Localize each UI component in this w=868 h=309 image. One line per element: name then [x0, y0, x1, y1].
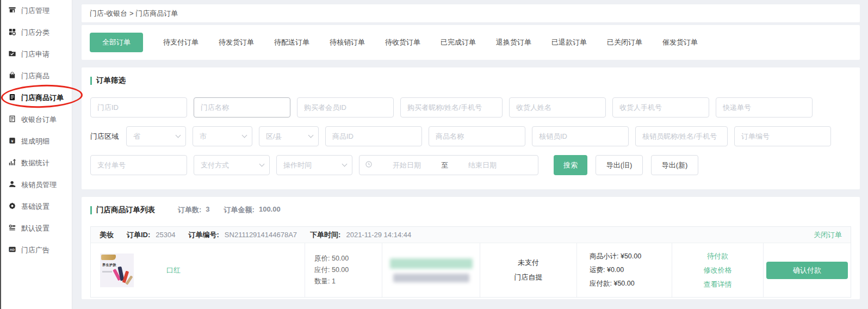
filter-row-3: 支付方式 操作时间 至 搜索 导出(旧) 导出(新): [90, 155, 851, 175]
tab-pending-shipment[interactable]: 待发货订单: [219, 38, 254, 47]
order-card-header: 美妆 订单ID: 25304 订单编号: SN21112914144678A7 …: [91, 227, 851, 243]
tab-all-orders[interactable]: 全部订单: [90, 33, 143, 52]
pending-payment-link[interactable]: 待付款: [707, 249, 728, 263]
chevron-down-icon: [176, 133, 181, 138]
buyer-member-id-input[interactable]: [297, 97, 394, 118]
verifier-nickname-input[interactable]: [635, 126, 728, 146]
store-name-input[interactable]: [194, 97, 290, 118]
payable-price: 应付: 50.00: [314, 264, 382, 276]
product-name-input[interactable]: [429, 126, 525, 146]
buyer-nickname-input[interactable]: [400, 97, 503, 118]
tab-completed[interactable]: 已完成订单: [441, 38, 476, 47]
district-select[interactable]: 区/县: [259, 126, 319, 146]
sidebar-item-label: 门店广告: [21, 245, 49, 255]
search-button[interactable]: 搜索: [554, 155, 587, 175]
sidebar-item-cashier-orders[interactable]: 收银台订单: [1, 109, 72, 131]
tab-urge-shipment[interactable]: 催发货订单: [662, 38, 698, 47]
tab-refunded[interactable]: 已退款订单: [551, 38, 587, 47]
sidebar-item-store-category[interactable]: 门店分类: [1, 22, 72, 44]
date-separator: 至: [441, 160, 448, 170]
sidebar-item-store-ads[interactable]: AD 门店广告: [1, 239, 72, 261]
export-new-button[interactable]: 导出(新): [651, 155, 698, 175]
sidebar-item-verifier-management[interactable]: 核销员管理: [1, 174, 72, 196]
close-order-link[interactable]: 关闭订单: [814, 230, 842, 240]
order-sn-input[interactable]: [734, 126, 831, 146]
order-stats: 订单数: 3 订单金额: 100.00: [178, 205, 290, 215]
thumbnail-subline: [102, 271, 112, 273]
order-time-value: 2021-11-29 14:14:44: [346, 231, 411, 239]
sidebar-item-label: 收银台订单: [21, 115, 57, 125]
end-date-input[interactable]: [452, 161, 512, 169]
date-range-picker[interactable]: 至: [359, 155, 538, 175]
province-select[interactable]: 省: [126, 126, 186, 146]
sliders-icon: [8, 224, 16, 233]
confirm-payment-button[interactable]: 确认付款: [766, 262, 848, 279]
redacted-buyer-name: [390, 258, 473, 269]
sidebar-item-default-settings[interactable]: 默认设置: [1, 218, 72, 239]
city-select[interactable]: 市: [193, 126, 252, 146]
receipt-icon: [8, 115, 16, 125]
redacted-buyer-phone: [393, 274, 469, 282]
delivery-method: 门店自提: [514, 273, 543, 282]
filter-row-2: 门店区域 省 市 区/县: [90, 126, 851, 146]
tab-pending-receipt[interactable]: 待收货订单: [385, 38, 420, 47]
chevron-down-icon: [342, 162, 348, 167]
quantity: 数量: 1: [314, 276, 382, 287]
total-payable: 应付款: ¥50.00: [590, 277, 672, 291]
person-icon: [8, 180, 16, 190]
product-cell: 养生护肤 口红: [91, 243, 305, 297]
sidebar-item-store-product-orders[interactable]: 门店商品订单: [1, 87, 72, 109]
tab-pending-payment[interactable]: 待支付订单: [163, 38, 199, 47]
order-count-label: 订单数:: [178, 205, 201, 215]
storefront-icon: [8, 6, 16, 16]
amounts-cell: 商品小计: ¥50.00 运费: ¥0.00 应付款: ¥50.00: [577, 243, 672, 297]
actions-cell: 待付款 修改价格 查看详情: [672, 243, 764, 297]
order-status-tabs: 全部订单 待支付订单 待发货订单 待配送订单 待核销订单 待收货订单 已完成订单…: [82, 25, 860, 60]
product-thumbnail: 养生护肤: [100, 254, 134, 287]
sidebar-item-basic-settings[interactable]: 基础设置: [1, 196, 72, 218]
gear-icon: [8, 202, 16, 212]
window-edge: [0, 0, 1, 309]
consignee-name-input[interactable]: [509, 97, 606, 118]
buyer-cell: [382, 243, 480, 297]
order-id-label: 订单ID:: [127, 230, 150, 240]
sidebar-item-label: 核销员管理: [21, 180, 57, 190]
sidebar-item-store-products[interactable]: 门店商品: [1, 65, 72, 87]
product-id-input[interactable]: [325, 126, 422, 146]
tab-pending-delivery[interactable]: 待配送订单: [274, 38, 309, 47]
clock-icon: [365, 160, 373, 170]
start-date-input[interactable]: [377, 161, 437, 169]
chevron-down-icon: [308, 133, 314, 138]
order-filter-panel: 订单筛选 门店区域 省 市 区/县: [82, 67, 860, 189]
tab-closed[interactable]: 已关闭订单: [607, 38, 642, 47]
verifier-id-input[interactable]: [532, 126, 629, 146]
sidebar-item-label: 数据统计: [21, 158, 49, 168]
payment-method-select[interactable]: 支付方式: [194, 155, 270, 175]
tab-pending-verification[interactable]: 待核销订单: [330, 38, 365, 47]
chevron-down-icon: [242, 133, 247, 138]
product-name-link[interactable]: 口红: [166, 265, 181, 275]
operation-time-select[interactable]: 操作时间: [276, 155, 352, 175]
svg-text:¥: ¥: [11, 139, 14, 144]
store-id-input[interactable]: [90, 97, 187, 118]
order-time-label: 下单时间:: [310, 230, 340, 240]
sidebar-item-label: 基础设置: [21, 202, 49, 212]
order-list-panel: 门店商品订单列表 订单数: 3 订单金额: 100.00 美妆 订单ID: 25…: [82, 197, 860, 299]
tab-return-exchange[interactable]: 退换货订单: [496, 38, 531, 47]
sidebar-item-label: 门店申请: [21, 50, 49, 59]
export-old-button[interactable]: 导出(旧): [596, 155, 643, 175]
consignee-phone-input[interactable]: [612, 97, 709, 118]
order-sn-value: SN21112914144678A7: [225, 231, 297, 239]
order-row: 养生护肤 口红 原价: 50.00 应付: 50.00 数量: 1: [91, 243, 851, 297]
sidebar-item-commission-detail[interactable]: ¥ 提成明细: [1, 131, 72, 152]
filter-title: 订单筛选: [90, 76, 851, 85]
sidebar-item-store-application[interactable]: 门店申请: [1, 44, 72, 65]
modify-price-link[interactable]: 修改价格: [704, 263, 732, 277]
sidebar-item-store-management[interactable]: 门店管理: [1, 0, 72, 22]
sidebar-item-data-statistics[interactable]: 数据统计: [1, 152, 72, 174]
sidebar: 门店管理 门店分类 门店申请 门店商品 门店商品订单 收银台订单 ¥ 提成明细 …: [1, 0, 72, 309]
payment-no-input[interactable]: [90, 155, 187, 175]
price-cell: 原价: 50.00 应付: 50.00 数量: 1: [305, 243, 382, 297]
tracking-no-input[interactable]: [716, 97, 813, 118]
view-details-link[interactable]: 查看详情: [704, 277, 732, 292]
